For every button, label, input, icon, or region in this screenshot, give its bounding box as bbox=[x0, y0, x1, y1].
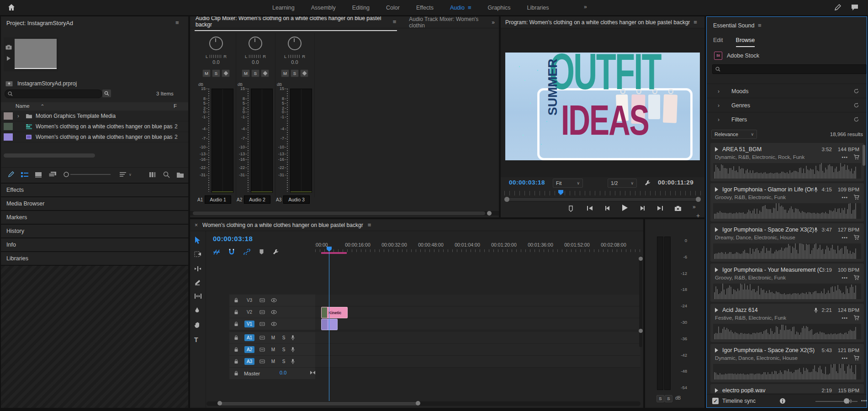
track-lock-icon[interactable] bbox=[234, 335, 238, 340]
project-item-row[interactable]: › Motion Graphics Template Media bbox=[1, 111, 188, 121]
filter-section-row[interactable]: › Filters bbox=[707, 112, 867, 126]
nested-sequence-icon[interactable] bbox=[213, 249, 220, 255]
track-select-forward-tool[interactable] bbox=[194, 251, 201, 258]
stylus-icon[interactable] bbox=[834, 4, 842, 11]
solo-right-button[interactable]: S bbox=[665, 395, 672, 402]
sync-lock-icon[interactable] bbox=[259, 359, 265, 364]
sort-icon[interactable]: ∨ bbox=[120, 172, 132, 177]
track-target-badge[interactable]: V2 bbox=[244, 309, 254, 316]
sound-list-item[interactable]: Igor Pumphonia - Space Zone X2(S) 5:43 1… bbox=[710, 344, 864, 382]
razor-tool[interactable] bbox=[194, 279, 201, 286]
project-item-row[interactable]: › Women's clothing on a white clothes ha… bbox=[1, 132, 188, 142]
track-mute-button[interactable]: M bbox=[271, 359, 275, 364]
voiceover-mic-icon[interactable] bbox=[291, 358, 295, 364]
tab-program[interactable]: Program: Women's clothing on a white clo… bbox=[505, 19, 690, 26]
fader-track[interactable] bbox=[287, 89, 288, 192]
voiceover-mic-icon[interactable] bbox=[291, 335, 295, 341]
track-name-box[interactable]: Audio 3 bbox=[283, 195, 310, 204]
timeline-settings-wrench-icon[interactable] bbox=[272, 248, 279, 255]
go-to-out-icon[interactable] bbox=[657, 206, 663, 211]
play-preview-icon[interactable] bbox=[6, 56, 11, 61]
close-tab-icon[interactable]: × bbox=[195, 222, 198, 228]
collapsed-panel-header[interactable]: Libraries bbox=[1, 252, 188, 265]
mute-button[interactable]: M bbox=[242, 69, 250, 77]
list-scrollbar-thumb[interactable] bbox=[863, 145, 865, 166]
track-target-badge[interactable]: A1 bbox=[244, 334, 254, 341]
volume-slider-track[interactable] bbox=[815, 401, 857, 402]
track-mute-button[interactable]: M bbox=[271, 347, 275, 352]
stock-search-input[interactable] bbox=[723, 66, 853, 73]
workspace-menu-icon[interactable]: ≡ bbox=[468, 4, 471, 11]
play-preview-icon[interactable] bbox=[715, 187, 718, 192]
chevron-right-icon[interactable]: › bbox=[718, 102, 720, 109]
track-target-badge[interactable]: A2 bbox=[244, 346, 254, 353]
new-bin-icon[interactable] bbox=[176, 172, 184, 178]
project-file-row[interactable]: InstagramStoryAd.prproj bbox=[5, 80, 77, 87]
linked-selection-icon[interactable] bbox=[243, 249, 251, 255]
track-target-badge[interactable]: V1 bbox=[244, 321, 254, 327]
collapsed-panel-header[interactable]: History bbox=[1, 225, 188, 237]
name-column-header[interactable]: Name bbox=[16, 103, 30, 109]
chat-icon[interactable] bbox=[851, 4, 859, 11]
sound-list-item[interactable]: Igor Pumphonia - Space Zone X3(2) 3:47 1… bbox=[710, 223, 864, 262]
waveform-preview[interactable] bbox=[713, 284, 861, 299]
track-solo-button[interactable]: S bbox=[281, 347, 286, 352]
license-cart-icon[interactable] bbox=[853, 315, 859, 321]
panel-menu-icon[interactable]: ≡ bbox=[758, 22, 762, 29]
more-options-button[interactable]: ••• bbox=[842, 235, 848, 240]
program-mini-ruler[interactable] bbox=[504, 191, 701, 195]
track-visibility-eye-icon[interactable] bbox=[271, 298, 277, 302]
track-visibility-eye-icon[interactable] bbox=[271, 322, 277, 326]
sound-list-item[interactable]: AREA 51_BGM 3:52 144 BPM Dynamic, R&B, E… bbox=[710, 143, 864, 181]
timeline-sync-checkbox[interactable]: ✓ bbox=[712, 398, 719, 404]
search-input[interactable] bbox=[15, 91, 90, 97]
footer-more-button[interactable]: ••• bbox=[861, 398, 867, 403]
filter-section-row[interactable]: › Genres bbox=[707, 98, 867, 112]
add-marker-icon[interactable] bbox=[259, 249, 264, 255]
sound-list-item[interactable]: Igor Pumphonia - Glamor in Life (Origi 4… bbox=[710, 183, 864, 221]
volume-slider-knob[interactable] bbox=[844, 398, 849, 404]
zoom-slider[interactable] bbox=[63, 171, 113, 178]
sort-dropdown[interactable]: Relevance∨ bbox=[711, 130, 757, 139]
project-writable-icon[interactable] bbox=[7, 171, 15, 178]
tab-browse[interactable]: Browse bbox=[736, 37, 755, 47]
find-icon[interactable] bbox=[163, 171, 170, 178]
workspace-tab[interactable]: Audio ≡ bbox=[450, 4, 471, 11]
pan-knob[interactable] bbox=[209, 37, 223, 50]
pan-knob[interactable] bbox=[288, 37, 302, 50]
more-options-button[interactable]: ••• bbox=[842, 275, 848, 280]
solo-left-button[interactable]: S bbox=[656, 395, 664, 402]
settings-wrench-icon[interactable] bbox=[644, 179, 651, 186]
play-preview-icon[interactable] bbox=[715, 227, 718, 232]
sort-direction-icon[interactable]: ⌃ bbox=[40, 103, 45, 110]
stock-search-box[interactable] bbox=[712, 64, 867, 74]
timeline-timecode[interactable]: 00:00:03:18 bbox=[213, 235, 253, 242]
program-scrollbar[interactable] bbox=[504, 197, 701, 201]
waveform-preview[interactable] bbox=[713, 163, 861, 179]
track-lock-icon[interactable] bbox=[234, 298, 238, 303]
solo-button[interactable]: S bbox=[251, 69, 259, 77]
reset-icon[interactable] bbox=[853, 116, 859, 122]
ripple-edit-tool[interactable] bbox=[194, 266, 201, 272]
collapsed-panel-header[interactable]: Info bbox=[1, 238, 188, 251]
reset-icon[interactable] bbox=[853, 88, 859, 94]
snap-magnet-icon[interactable] bbox=[228, 248, 235, 255]
collapsed-panel-header[interactable]: Media Browser bbox=[1, 197, 188, 210]
reset-icon[interactable] bbox=[853, 102, 859, 108]
project-horizontal-scrollbar[interactable] bbox=[4, 153, 95, 158]
panel-menu-icon[interactable]: ≡ bbox=[368, 221, 371, 228]
selection-tool[interactable] bbox=[194, 237, 201, 244]
freeform-view-icon[interactable] bbox=[48, 171, 57, 178]
chevron-right-icon[interactable]: › bbox=[718, 116, 720, 123]
play-preview-icon[interactable] bbox=[715, 348, 718, 353]
collapsed-panel-header[interactable]: Effects bbox=[1, 184, 188, 196]
list-header[interactable]: Name ⌃ F bbox=[1, 102, 188, 111]
license-cart-icon[interactable] bbox=[853, 235, 859, 240]
sync-lock-icon[interactable] bbox=[259, 310, 265, 315]
project-item-row[interactable]: › Women's clothing on a white clothes ha… bbox=[1, 121, 188, 132]
track-name-box[interactable]: Audio 1 bbox=[205, 195, 231, 204]
license-cart-icon[interactable] bbox=[853, 355, 859, 361]
mute-button[interactable]: M bbox=[202, 69, 211, 77]
sync-lock-icon[interactable] bbox=[259, 335, 265, 340]
voiceover-mic-icon[interactable] bbox=[291, 347, 295, 353]
